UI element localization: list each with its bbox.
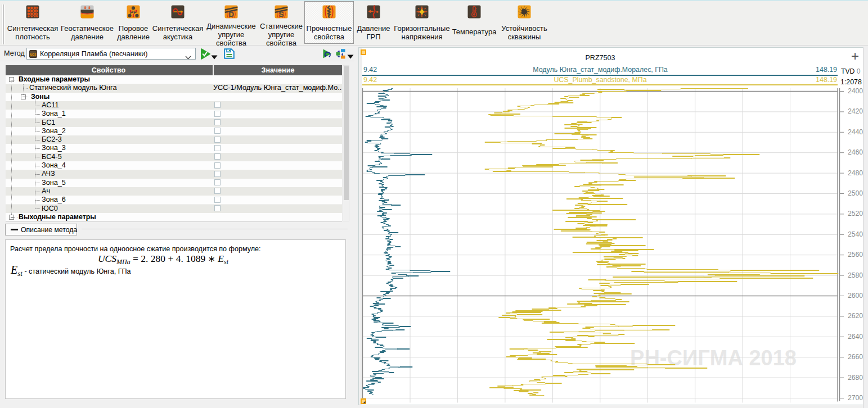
svg-text:РН-СИГМА 2018: РН-СИГМА 2018 [630, 346, 797, 370]
